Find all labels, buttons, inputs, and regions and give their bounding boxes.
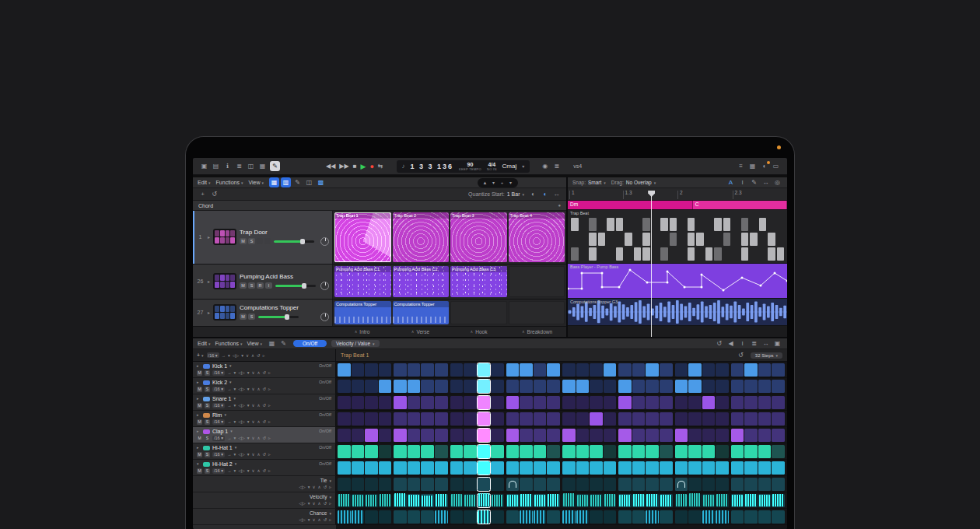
step-cell[interactable] <box>534 396 547 409</box>
mute-button[interactable]: M <box>197 403 202 408</box>
step-cell[interactable] <box>352 396 365 409</box>
step-cell[interactable] <box>576 363 590 377</box>
up-icon[interactable]: ∧ <box>257 420 260 425</box>
step-cell[interactable] <box>772 478 785 491</box>
step-cell[interactable] <box>744 396 758 409</box>
list-icon[interactable]: ≣ <box>749 338 759 349</box>
step-cell[interactable] <box>352 429 365 442</box>
cells-view-icon[interactable]: ▦ <box>269 177 279 187</box>
plus-tool-icon[interactable]: + <box>499 179 506 187</box>
sequencer-row-header[interactable]: ▸Rim▾On/OffMS/16 ▾→▾◁▷▾∨∧↺▹ <box>193 411 336 427</box>
step-cell[interactable] <box>450 510 464 524</box>
loop-cell[interactable]: Computations Topper <box>393 301 450 324</box>
track-option-button[interactable] <box>257 238 263 244</box>
step-cell[interactable] <box>506 445 520 458</box>
chevron-down-icon[interactable]: ▾ <box>247 453 250 457</box>
pan-knob[interactable] <box>320 237 329 246</box>
flip-icon[interactable]: ◁▷ <box>238 469 244 474</box>
step-cell[interactable] <box>716 429 729 442</box>
step-rate[interactable]: /16 ▾ <box>212 452 225 457</box>
link-icon[interactable]: ↔ <box>761 338 771 349</box>
solo-button[interactable]: S <box>205 403 210 408</box>
marquee-icon[interactable]: ◫ <box>304 177 314 187</box>
chord-track-header[interactable]: Chord ● <box>193 201 566 210</box>
chevron-down-icon[interactable]: ▾ <box>233 453 236 457</box>
velocity-bar[interactable] <box>436 494 447 506</box>
step-cell[interactable] <box>660 380 673 393</box>
step-cell[interactable] <box>660 445 673 458</box>
chord-region[interactable]: C <box>693 201 787 209</box>
step-cell[interactable] <box>520 510 533 524</box>
step-cell[interactable] <box>772 412 785 426</box>
velocity-bar[interactable] <box>422 496 433 506</box>
step-cell[interactable] <box>590 429 603 442</box>
flip-icon[interactable]: ◁▷ <box>238 436 244 441</box>
chevron-down-icon[interactable]: ▾ <box>308 485 310 490</box>
loop-cell[interactable] <box>509 301 565 324</box>
step-cell[interactable] <box>604 363 617 377</box>
step-cell[interactable] <box>338 363 351 377</box>
step-cell[interactable] <box>520 363 533 377</box>
step-cell[interactable] <box>618 461 632 475</box>
subrow-header[interactable]: Velocity▾◁▷▾∨∧↺▹ <box>193 492 336 509</box>
step-cell[interactable] <box>547 429 560 442</box>
step-cell[interactable] <box>590 478 603 491</box>
step-cell[interactable] <box>702 461 716 475</box>
step-cell[interactable] <box>365 494 378 507</box>
track-option-button[interactable] <box>264 238 271 244</box>
step-cell[interactable] <box>547 396 560 409</box>
step-cell[interactable] <box>394 396 407 409</box>
pan-knob[interactable] <box>320 282 329 290</box>
step-cell[interactable] <box>576 429 590 442</box>
step-cell[interactable] <box>491 445 504 458</box>
loop-icon[interactable]: ↺ <box>263 387 267 392</box>
step-cell[interactable] <box>365 412 378 426</box>
mixer-icon[interactable]: ▦ <box>257 161 268 171</box>
step-cell[interactable] <box>464 380 477 393</box>
step-cell[interactable] <box>491 396 504 409</box>
disclosure-icon[interactable]: ▸ <box>208 310 210 315</box>
loop-cell[interactable]: Trap Beat 1 <box>334 212 391 262</box>
velocity-bar[interactable] <box>563 493 575 506</box>
preview-speaker-icon[interactable]: ◖ <box>540 189 550 199</box>
step-cell[interactable] <box>352 380 365 393</box>
velocity-bar[interactable] <box>759 495 771 506</box>
flip-icon[interactable]: ◁▷ <box>299 485 305 490</box>
step-cell[interactable] <box>731 445 744 458</box>
step-cell[interactable] <box>675 380 688 393</box>
chevron-down-icon[interactable]: ▾ <box>229 364 232 368</box>
velocity-bar[interactable] <box>534 495 546 506</box>
step-cell[interactable] <box>604 412 617 426</box>
step-cell[interactable] <box>604 478 617 491</box>
mute-button[interactable]: M <box>197 419 202 425</box>
step-cell[interactable] <box>478 429 491 442</box>
step-cell[interactable] <box>450 478 464 491</box>
step-cell[interactable] <box>394 494 407 507</box>
loop-icon[interactable]: ↺ <box>263 371 267 376</box>
step-cell[interactable] <box>632 412 646 426</box>
step-cell[interactable] <box>534 429 547 442</box>
chord-region[interactable]: Dm <box>568 201 693 209</box>
step-cell[interactable] <box>534 510 547 524</box>
arrow-right-icon[interactable]: → <box>227 420 232 425</box>
step-cell[interactable] <box>506 412 520 426</box>
velocity-bar[interactable] <box>660 495 672 506</box>
down-icon[interactable]: ∨ <box>251 371 254 376</box>
step-cell[interactable] <box>702 396 716 409</box>
step-cell[interactable] <box>352 478 365 491</box>
step-cell[interactable] <box>435 478 448 491</box>
step-cell[interactable] <box>675 494 688 507</box>
down-icon[interactable]: ∨ <box>251 404 254 408</box>
step-cell[interactable] <box>338 510 351 524</box>
step-cell[interactable] <box>590 363 603 377</box>
disclosure-icon[interactable]: ▸ <box>197 364 201 368</box>
chevron-down-icon[interactable]: ▾ <box>247 436 250 441</box>
step-cell[interactable] <box>675 429 688 442</box>
loop-cell[interactable] <box>450 301 507 324</box>
step-cell[interactable] <box>660 363 673 377</box>
step-cell[interactable] <box>646 396 659 409</box>
step-rate-default[interactable]: /16 ▾ <box>207 352 219 358</box>
arrow-right-icon[interactable]: → <box>227 371 232 376</box>
step-cell[interactable] <box>338 429 351 442</box>
step-cell[interactable] <box>421 494 434 507</box>
